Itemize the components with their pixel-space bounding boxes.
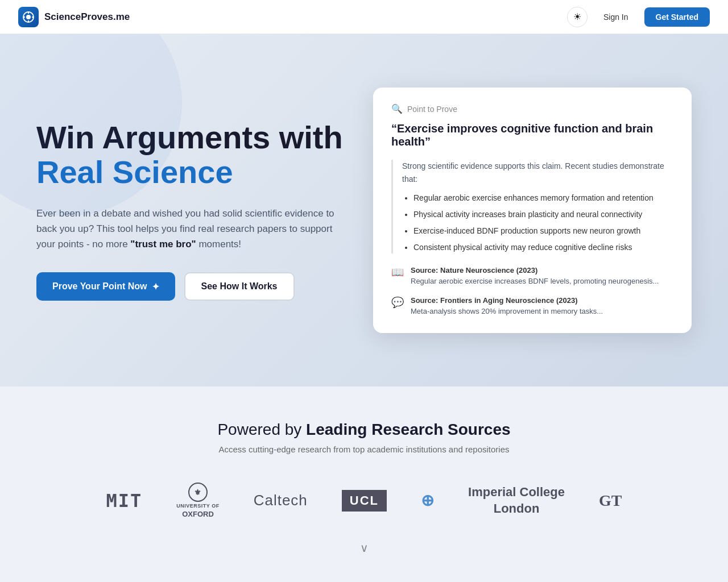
- bullet-2: Physical activity increases brain plasti…: [413, 209, 673, 221]
- hero-heading-accent: Real Science: [36, 155, 344, 190]
- sparkle-icon: ✦: [152, 281, 159, 292]
- hero-demo: 🔍 Point to Prove “Exercise improves cogn…: [366, 88, 692, 333]
- sun-icon: ☀: [573, 11, 581, 22]
- demo-result-intro: Strong scientific evidence supports this…: [402, 160, 673, 185]
- hero-heading: Win Arguments with Real Science: [36, 120, 344, 190]
- hero-description: Ever been in a debate and wished you had…: [36, 206, 344, 252]
- demo-search-label: 🔍 Point to Prove: [391, 103, 673, 114]
- logo-oxford: ⚜ UNIVERSITY OF OXFORD: [176, 483, 219, 518]
- institutions-logos: MIT ⚜ UNIVERSITY OF OXFORD Caltech UCL ⊕…: [36, 483, 692, 518]
- logo-ucl: UCL: [342, 490, 387, 512]
- institutions-section: Powered by Leading Research Sources Acce…: [0, 386, 728, 582]
- demo-query: “Exercise improves cognitive function an…: [391, 122, 673, 148]
- logo-imperial: Imperial College London: [468, 484, 565, 517]
- sign-in-button[interactable]: Sign In: [597, 9, 635, 25]
- source-2: 💬 Source: Frontiers in Aging Neuroscienc…: [391, 295, 673, 317]
- bullet-3: Exercise-induced BDNF production support…: [413, 225, 673, 237]
- logo-caltech: Caltech: [254, 492, 308, 509]
- quote-icon: 💬: [391, 296, 404, 309]
- source-2-text: Source: Frontiers in Aging Neuroscience …: [411, 295, 603, 317]
- see-how-button[interactable]: See How It Works: [184, 272, 295, 301]
- prove-point-button[interactable]: Prove Your Point Now ✦: [36, 272, 175, 301]
- institutions-title: Powered by Leading Research Sources: [36, 421, 692, 439]
- hero-content: Win Arguments with Real Science Ever bee…: [36, 120, 366, 301]
- site-logo[interactable]: ScienceProves.me: [18, 7, 130, 27]
- theme-toggle-button[interactable]: ☀: [567, 7, 588, 27]
- logo-text: ScienceProves.me: [44, 11, 130, 23]
- navbar: ScienceProves.me ☀ Sign In Get Started: [0, 0, 728, 34]
- bullet-4: Consistent physical activity may reduce …: [413, 242, 673, 253]
- logo-mit: MIT: [106, 490, 143, 512]
- get-started-button[interactable]: Get Started: [644, 7, 710, 27]
- hero-section: Win Arguments with Real Science Ever bee…: [0, 34, 728, 386]
- book-icon: 📖: [391, 266, 404, 278]
- logo-aga: ⊕: [421, 491, 434, 510]
- source-1-text: Source: Nature Neuroscience (2023) Regul…: [411, 265, 659, 287]
- hero-buttons: Prove Your Point Now ✦ See How It Works: [36, 272, 344, 301]
- search-icon: 🔍: [391, 103, 403, 114]
- source-1: 📖 Source: Nature Neuroscience (2023) Reg…: [391, 265, 673, 287]
- logo-gt: GT: [599, 492, 622, 510]
- trust-me-bro-text: "trust me bro": [130, 239, 196, 250]
- demo-bullets: Regular aerobic exercise enhances memory…: [402, 192, 673, 253]
- institutions-subtitle: Access cutting-edge research from top ac…: [36, 444, 692, 454]
- scroll-down-chevron[interactable]: ∨: [36, 541, 692, 555]
- demo-sources: 📖 Source: Nature Neuroscience (2023) Reg…: [391, 265, 673, 317]
- logo-icon: [18, 7, 39, 27]
- nav-actions: ☀ Sign In Get Started: [567, 7, 710, 27]
- demo-card: 🔍 Point to Prove “Exercise improves cogn…: [373, 88, 692, 333]
- demo-result: Strong scientific evidence supports this…: [391, 160, 673, 253]
- svg-point-1: [26, 15, 31, 19]
- bullet-1: Regular aerobic exercise enhances memory…: [413, 192, 673, 204]
